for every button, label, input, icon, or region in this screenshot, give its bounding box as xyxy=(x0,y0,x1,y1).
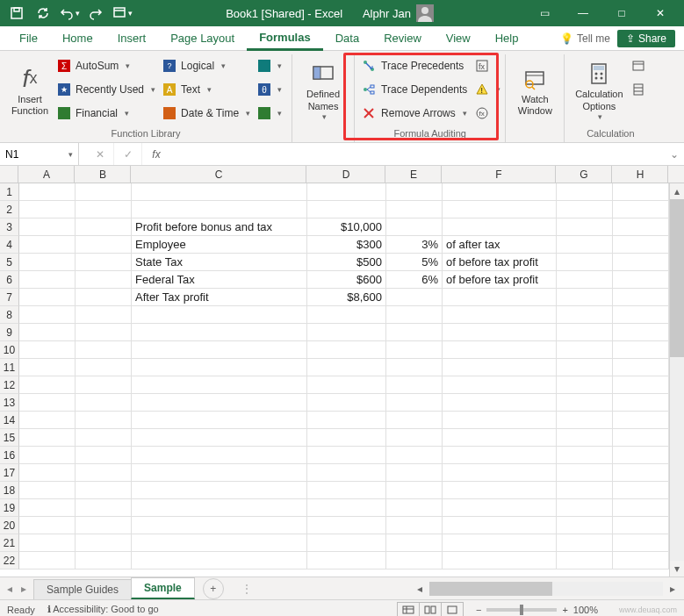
cell[interactable] xyxy=(19,201,76,218)
cell[interactable] xyxy=(132,499,307,517)
next-sheet-icon[interactable]: ▸ xyxy=(21,583,26,595)
cell[interactable] xyxy=(307,324,386,341)
cell[interactable] xyxy=(76,271,132,289)
cell[interactable] xyxy=(76,499,132,517)
cell[interactable] xyxy=(443,218,557,236)
cell[interactable] xyxy=(19,324,76,341)
zoom-level[interactable]: 100% xyxy=(573,605,598,615)
cell[interactable]: of after tax xyxy=(443,236,557,254)
cell[interactable]: After Tax profit xyxy=(132,289,307,306)
cell[interactable] xyxy=(386,306,443,324)
redo-button[interactable] xyxy=(84,3,107,24)
cell[interactable]: Employee xyxy=(132,236,307,254)
remove-arrows-button[interactable]: Remove Arrows▾ xyxy=(360,102,472,125)
cell[interactable]: of before tax profit xyxy=(443,271,557,289)
cell[interactable] xyxy=(443,359,557,376)
cell[interactable] xyxy=(76,289,132,306)
cell[interactable] xyxy=(443,394,557,412)
cell[interactable] xyxy=(386,499,443,517)
cells-area[interactable]: Profit before bonus and tax$10,000Employ… xyxy=(19,183,669,577)
cell[interactable] xyxy=(132,341,307,359)
cell[interactable] xyxy=(557,376,613,394)
fx-label-icon[interactable]: fx xyxy=(142,148,170,161)
column-header[interactable]: D xyxy=(306,166,385,183)
cell[interactable] xyxy=(557,552,613,569)
cell[interactable] xyxy=(443,341,557,359)
cell[interactable] xyxy=(19,464,76,482)
cell[interactable] xyxy=(613,201,669,218)
cell[interactable] xyxy=(613,412,669,429)
cell[interactable] xyxy=(386,534,443,552)
cell[interactable] xyxy=(76,552,132,569)
cell[interactable] xyxy=(132,447,307,464)
cell[interactable] xyxy=(557,534,613,552)
cell[interactable] xyxy=(76,376,132,394)
cell[interactable] xyxy=(557,254,613,271)
cell[interactable] xyxy=(613,306,669,324)
show-formulas-button[interactable]: fx xyxy=(473,54,500,77)
cell[interactable] xyxy=(76,218,132,236)
cell[interactable] xyxy=(613,394,669,412)
trace-dependents-button[interactable]: Trace Dependents xyxy=(360,78,472,101)
row-header[interactable]: 10 xyxy=(0,341,19,359)
cell[interactable] xyxy=(613,552,669,569)
row-header[interactable]: 8 xyxy=(0,306,19,324)
cell[interactable] xyxy=(19,306,76,324)
scroll-right-icon[interactable]: ▸ xyxy=(665,581,680,597)
cell[interactable]: 6% xyxy=(386,271,443,289)
watch-window-button[interactable]: Watch Window xyxy=(511,54,558,126)
zoom-out-button[interactable]: − xyxy=(476,605,481,615)
row-header[interactable]: 13 xyxy=(0,394,19,412)
tab-view[interactable]: View xyxy=(434,26,483,51)
cell[interactable] xyxy=(557,201,613,218)
cell[interactable] xyxy=(443,464,557,482)
cell[interactable] xyxy=(307,201,386,218)
cell[interactable] xyxy=(19,534,76,552)
financial-button[interactable]: Financial▾ xyxy=(56,102,160,125)
cell[interactable] xyxy=(386,429,443,447)
row-header[interactable]: 9 xyxy=(0,324,19,341)
name-box[interactable]: N1▾ xyxy=(0,143,79,165)
cell[interactable] xyxy=(19,289,76,306)
ribbon-display-icon[interactable]: ▭ xyxy=(526,1,563,25)
row-header[interactable]: 22 xyxy=(0,552,19,569)
avatar[interactable] xyxy=(416,4,434,22)
cell[interactable] xyxy=(557,236,613,254)
cell[interactable] xyxy=(386,201,443,218)
cell[interactable] xyxy=(76,341,132,359)
save-icon[interactable] xyxy=(5,3,28,24)
row-header[interactable]: 11 xyxy=(0,359,19,376)
calculate-now-button[interactable] xyxy=(630,54,651,77)
row-header[interactable]: 5 xyxy=(0,254,19,271)
tab-review[interactable]: Review xyxy=(371,26,434,51)
cell[interactable] xyxy=(386,447,443,464)
cell[interactable] xyxy=(307,517,386,534)
normal-view-icon[interactable] xyxy=(397,602,420,617)
cell[interactable] xyxy=(19,429,76,447)
cell[interactable] xyxy=(443,534,557,552)
trace-precedents-button[interactable]: Trace Precedents xyxy=(360,54,472,77)
cell[interactable] xyxy=(443,201,557,218)
column-header[interactable]: E xyxy=(385,166,442,183)
cell[interactable] xyxy=(76,429,132,447)
date-time-button[interactable]: Date & Time▾ xyxy=(162,102,255,125)
cell[interactable] xyxy=(19,499,76,517)
cell[interactable] xyxy=(307,341,386,359)
cell[interactable] xyxy=(613,534,669,552)
horizontal-scrollbar[interactable]: ◂ ▸ xyxy=(412,581,684,597)
cell[interactable] xyxy=(76,534,132,552)
cell[interactable] xyxy=(613,464,669,482)
zoom-in-button[interactable]: + xyxy=(562,605,567,615)
row-header[interactable]: 14 xyxy=(0,412,19,429)
cell[interactable] xyxy=(443,324,557,341)
evaluate-formula-button[interactable]: fx xyxy=(473,102,500,125)
row-header[interactable]: 16 xyxy=(0,447,19,464)
cell[interactable] xyxy=(132,517,307,534)
cell[interactable] xyxy=(132,534,307,552)
cell[interactable] xyxy=(307,183,386,201)
tell-me[interactable]: 💡Tell me xyxy=(560,32,610,45)
cell[interactable] xyxy=(557,324,613,341)
cell[interactable] xyxy=(443,412,557,429)
cell[interactable] xyxy=(307,306,386,324)
sheet-tab-sample-guides[interactable]: Sample Guides xyxy=(33,579,132,599)
